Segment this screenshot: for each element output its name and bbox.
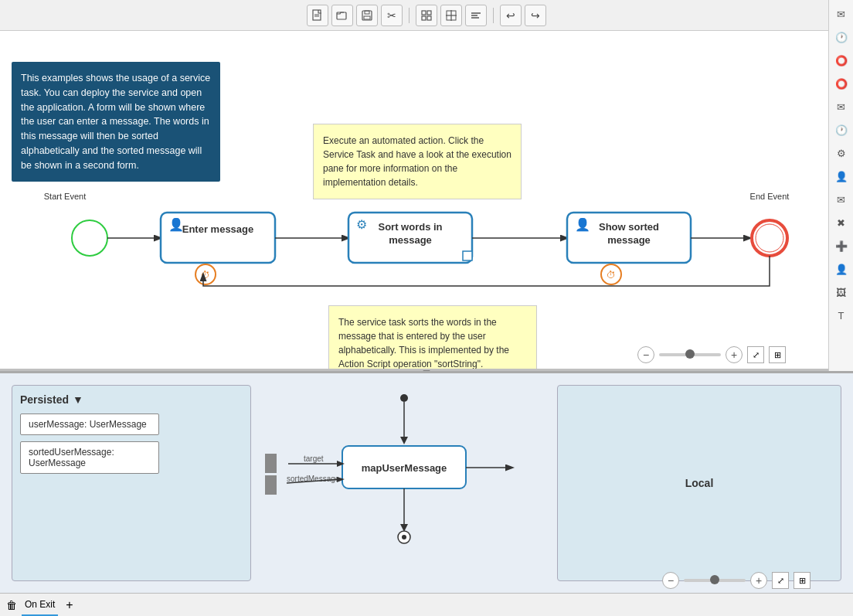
return-arrow <box>203 256 770 286</box>
map-box-label: mapUserMessage <box>362 462 447 474</box>
zoom-in-button-top[interactable]: + <box>726 346 743 363</box>
undo-button[interactable]: ↩ <box>500 5 522 26</box>
persisted-title: Persisted ▼ <box>20 393 243 406</box>
main-canvas: This examples shows the usage of a servi… <box>0 31 828 371</box>
sort-task-rect <box>348 213 472 263</box>
persisted-item-2-label: sortedUserMessage: UserMessage <box>29 447 114 468</box>
sort-task-label: Sort words in <box>378 221 442 233</box>
sidebar-image-btn[interactable]: 🖼 <box>831 282 851 302</box>
show-task-label: Show sorted <box>599 221 659 233</box>
enter-task-label: Enter message <box>182 223 254 235</box>
local-panel: Local <box>557 385 841 581</box>
zoom-out-button-bottom[interactable]: − <box>662 572 679 589</box>
zoom-track-bottom <box>684 579 746 582</box>
arrow-top-head <box>400 437 408 444</box>
zoom-thumb-top <box>685 349 695 359</box>
zoom-out-button-top[interactable]: − <box>637 346 654 363</box>
sorted-label: sortedMessage <box>287 475 340 483</box>
sidebar-add-btn[interactable]: ➕ <box>831 236 851 256</box>
persisted-panel: Persisted ▼ userMessage: UserMessage sor… <box>12 385 251 581</box>
new-button[interactable] <box>307 5 328 26</box>
sidebar-email-btn2[interactable]: ✉ <box>831 97 851 117</box>
zoom-track-top <box>659 353 721 356</box>
main-toolbar: ✂ ↩ ↪ <box>0 0 853 31</box>
svg-rect-8 <box>427 11 431 15</box>
user-msg-indicator <box>265 454 277 473</box>
persisted-item-2[interactable]: sortedUserMessage: UserMessage <box>20 441 159 474</box>
fit-button[interactable] <box>440 5 462 26</box>
enter-task-timer-icon: ⏱ <box>201 270 210 281</box>
show-task-timer <box>601 264 621 284</box>
zoom-in-button-bottom[interactable]: + <box>750 572 767 589</box>
svg-rect-9 <box>422 16 426 20</box>
start-event-label: Start Event <box>44 192 86 201</box>
tab-close-btn[interactable]: 🗑 <box>6 599 17 611</box>
local-label: Local <box>685 477 714 489</box>
sidebar-person-btn[interactable]: 👤 <box>831 259 851 279</box>
bottom-toolbar: 🗑 On Exit + <box>0 593 853 616</box>
persisted-item-1[interactable]: userMessage: UserMessage <box>20 414 159 435</box>
open-button[interactable] <box>331 5 353 26</box>
enter-task-timer <box>195 264 216 284</box>
persisted-dropdown-icon[interactable]: ▼ <box>73 393 83 406</box>
show-task-label2: message <box>607 234 651 246</box>
sidebar-clock-btn[interactable]: 🕐 <box>831 27 851 47</box>
align-button[interactable] <box>465 5 487 26</box>
zoom-thumb-bottom <box>710 575 719 584</box>
target-label: target <box>304 454 324 463</box>
save-button[interactable] <box>356 5 378 26</box>
sidebar-circle-btn1[interactable]: ⭕ <box>831 50 851 70</box>
enter-task-rect <box>161 213 275 263</box>
grid-view-button-top[interactable]: ⊞ <box>769 346 786 363</box>
svg-rect-7 <box>422 11 426 15</box>
svg-rect-5 <box>365 11 369 14</box>
top-dot <box>400 394 408 402</box>
fit-view-button-bottom[interactable]: ⤢ <box>772 572 789 589</box>
sidebar-user-btn[interactable]: 👤 <box>831 166 851 186</box>
sidebar-circle-btn2[interactable]: ⭕ <box>831 73 851 94</box>
sorted-msg-indicator <box>265 475 277 495</box>
persisted-label: Persisted <box>20 393 69 406</box>
fit-view-button-top[interactable]: ⤢ <box>747 346 764 363</box>
sort-task-gear-icon: ⚙ <box>356 218 367 231</box>
persisted-item-1-label: userMessage: UserMessage <box>29 419 147 430</box>
show-task-user-icon: 👤 <box>575 217 590 232</box>
start-event-circle <box>72 220 107 256</box>
sidebar-message-btn[interactable]: ✉ <box>831 189 851 209</box>
sidebar-close-btn[interactable]: ✖ <box>831 213 851 233</box>
enter-task-user-icon: 👤 <box>168 217 184 232</box>
grid-button[interactable] <box>416 5 437 26</box>
info-box-blue: This examples shows the usage of a servi… <box>12 62 220 182</box>
sort-task-marker <box>463 251 472 260</box>
svg-rect-3 <box>337 12 346 19</box>
sort-task-label2: message <box>389 234 432 246</box>
info-box-yellow-top: Execute an automated action. Click the S… <box>313 124 522 199</box>
info-box-yellow-bottom: The service task sorts the words in the … <box>328 305 537 371</box>
bottom-dot-inner <box>402 535 406 539</box>
cut-button[interactable]: ✂ <box>381 5 403 26</box>
sidebar-clock-btn2[interactable]: 🕐 <box>831 120 851 140</box>
tab-on-exit-label: On Exit <box>25 599 55 610</box>
grid-view-button-bottom[interactable]: ⊞ <box>794 572 811 589</box>
right-sidebar: ✉ 🕐 ⭕ ⭕ ✉ 🕐 ⚙ 👤 ✉ ✖ ➕ 👤 🖼 T <box>828 0 853 371</box>
tab-on-exit[interactable]: On Exit <box>22 594 58 616</box>
bottom-panel: Persisted ▼ userMessage: UserMessage sor… <box>0 371 853 616</box>
bottom-content: Persisted ▼ userMessage: UserMessage sor… <box>0 373 853 593</box>
end-event-inner <box>756 224 783 252</box>
end-event-label: End Event <box>750 192 790 201</box>
redo-button[interactable]: ↪ <box>525 5 546 26</box>
show-task-timer-icon: ⏱ <box>607 270 616 281</box>
info-blue-text: This examples shows the usage of a servi… <box>21 73 210 171</box>
tab-add-btn[interactable]: + <box>66 598 73 612</box>
svg-rect-6 <box>364 16 370 19</box>
map-diagram-svg: mapUserMessage target sortedMessage <box>265 383 543 584</box>
sidebar-email-btn[interactable]: ✉ <box>831 4 851 24</box>
show-task-rect <box>567 213 691 263</box>
info-yellow-top-text: Execute an automated action. Click the S… <box>323 135 511 188</box>
sidebar-gear-btn[interactable]: ⚙ <box>831 143 851 163</box>
end-event-circle <box>752 220 787 256</box>
info-yellow-bottom-text: The service task sorts the words in the … <box>338 317 509 369</box>
center-diagram: mapUserMessage target sortedMessage <box>263 373 545 593</box>
svg-rect-10 <box>427 16 431 20</box>
sidebar-text-btn[interactable]: T <box>831 305 851 325</box>
